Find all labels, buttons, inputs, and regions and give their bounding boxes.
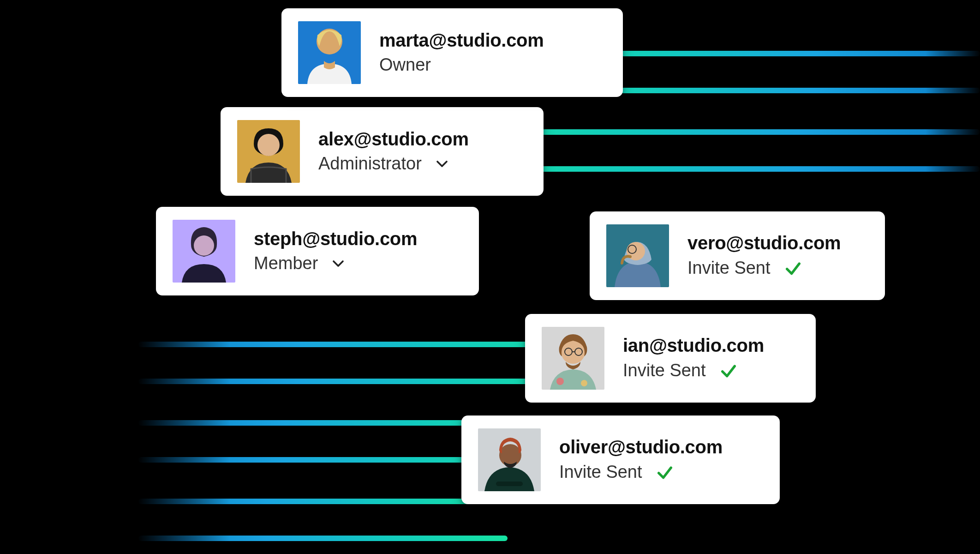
member-info: alex@studio.com Administrator (318, 129, 469, 174)
avatar (542, 327, 604, 390)
avatar (606, 224, 669, 287)
svg-point-6 (581, 380, 587, 386)
member-card: vero@studio.com Invite Sent (590, 211, 885, 300)
member-email: oliver@studio.com (559, 437, 723, 457)
svg-point-5 (556, 378, 564, 385)
member-card: alex@studio.com Administrator (221, 107, 544, 196)
member-card: marta@studio.com Owner (281, 8, 623, 97)
member-email: vero@studio.com (687, 233, 841, 253)
member-info: steph@studio.com Member (254, 229, 417, 274)
chevron-down-icon[interactable] (434, 156, 450, 172)
avatar (478, 428, 541, 491)
decor-line (138, 499, 508, 504)
avatar (237, 120, 300, 183)
member-email: marta@studio.com (379, 30, 544, 50)
check-icon (783, 258, 804, 279)
member-role: Owner (379, 55, 431, 75)
member-role: Invite Sent (687, 258, 771, 278)
member-email: steph@studio.com (254, 229, 417, 249)
avatar (298, 21, 361, 84)
member-info: marta@studio.com Owner (379, 30, 544, 75)
member-card: oliver@studio.com Invite Sent (461, 416, 780, 504)
member-info: ian@studio.com Invite Sent (623, 335, 764, 381)
svg-point-11 (499, 444, 521, 466)
avatar (173, 220, 235, 283)
check-icon (718, 360, 739, 381)
member-role[interactable]: Member (254, 253, 318, 274)
member-card: ian@studio.com Invite Sent (525, 314, 816, 403)
member-info: oliver@studio.com Invite Sent (559, 437, 723, 483)
stage: marta@studio.com Owner alex@studio.com A… (0, 0, 980, 554)
decor-line (138, 536, 508, 541)
check-icon (654, 462, 675, 483)
member-role[interactable]: Administrator (318, 154, 422, 174)
svg-point-2 (194, 235, 214, 256)
member-role: Invite Sent (559, 462, 642, 482)
member-email: alex@studio.com (318, 129, 469, 149)
member-email: ian@studio.com (623, 335, 764, 355)
svg-point-1 (257, 134, 280, 156)
member-role: Invite Sent (623, 361, 706, 381)
member-info: vero@studio.com Invite Sent (687, 233, 841, 279)
member-card: steph@studio.com Member (156, 207, 479, 295)
chevron-down-icon[interactable] (330, 255, 347, 272)
